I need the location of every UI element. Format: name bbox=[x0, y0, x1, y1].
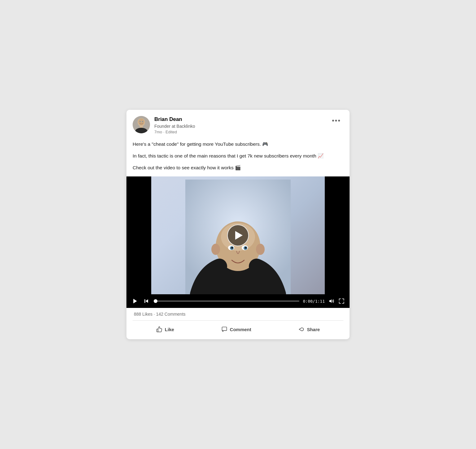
video-player[interactable]: 0:00/1:11 bbox=[126, 176, 350, 308]
post-paragraph-2: In fact, this tactic is one of the main … bbox=[133, 152, 343, 160]
comment-icon bbox=[221, 326, 227, 332]
svg-marker-24 bbox=[329, 299, 332, 303]
action-bar: Like Comment Share bbox=[133, 322, 343, 339]
video-progress-bar[interactable] bbox=[154, 300, 299, 302]
svg-point-20 bbox=[256, 244, 265, 255]
svg-point-17 bbox=[231, 247, 233, 249]
letterbox-left bbox=[126, 176, 151, 294]
stats-separator: · bbox=[154, 312, 156, 317]
comment-label: Comment bbox=[230, 327, 251, 332]
letterbox-right bbox=[325, 176, 350, 294]
svg-point-5 bbox=[140, 121, 141, 122]
like-label: Like bbox=[165, 327, 174, 332]
play-icon bbox=[235, 231, 243, 240]
author-block: Brian Dean Founder at Backlinko 7mo · Ed… bbox=[133, 116, 195, 135]
post-body: Here's a "cheat code" for getting more Y… bbox=[133, 140, 343, 171]
post-paragraph-1: Here's a "cheat code" for getting more Y… bbox=[133, 140, 343, 148]
svg-point-6 bbox=[142, 121, 143, 122]
video-thumbnail bbox=[126, 176, 350, 294]
play-button[interactable] bbox=[227, 225, 249, 246]
comments-count: 142 bbox=[156, 312, 163, 317]
svg-point-18 bbox=[245, 247, 247, 249]
author-name[interactable]: Brian Dean bbox=[154, 116, 195, 123]
post-header: Brian Dean Founder at Backlinko 7mo · Ed… bbox=[133, 116, 343, 135]
more-options-button[interactable]: ••• bbox=[329, 116, 343, 125]
svg-rect-25 bbox=[222, 327, 227, 331]
progress-dot bbox=[154, 299, 157, 303]
svg-point-4 bbox=[138, 118, 144, 125]
share-icon bbox=[298, 326, 304, 332]
svg-rect-23 bbox=[144, 299, 145, 303]
comment-button[interactable]: Comment bbox=[215, 324, 258, 335]
likes-label: Likes bbox=[142, 312, 152, 317]
svg-marker-22 bbox=[146, 299, 148, 303]
avatar[interactable] bbox=[133, 116, 150, 133]
video-volume-button[interactable] bbox=[328, 298, 335, 304]
likes-count: 888 bbox=[134, 312, 141, 317]
video-controls-bar: 0:00/1:11 bbox=[126, 294, 350, 308]
comments-label: Comments bbox=[165, 312, 186, 317]
share-button[interactable]: Share bbox=[292, 324, 326, 335]
share-label: Share bbox=[307, 327, 320, 332]
video-fullscreen-button[interactable] bbox=[338, 298, 345, 304]
engagement-stats: 888 Likes · 142 Comments bbox=[133, 308, 343, 321]
post-card: Brian Dean Founder at Backlinko 7mo · Ed… bbox=[126, 110, 350, 339]
svg-rect-2 bbox=[140, 126, 143, 128]
author-title: Founder at Backlinko bbox=[154, 123, 195, 129]
author-info: Brian Dean Founder at Backlinko 7mo · Ed… bbox=[154, 116, 195, 135]
svg-point-19 bbox=[211, 244, 220, 255]
svg-marker-21 bbox=[133, 299, 137, 304]
video-play-button[interactable] bbox=[131, 297, 139, 305]
post-meta: 7mo · Edited bbox=[154, 130, 195, 135]
like-button[interactable]: Like bbox=[150, 324, 180, 335]
video-skipback-button[interactable] bbox=[143, 297, 150, 305]
post-paragraph-3: Check out the video to see exactly how i… bbox=[133, 164, 343, 171]
video-time-display: 0:00/1:11 bbox=[303, 299, 325, 304]
like-icon bbox=[156, 326, 162, 332]
